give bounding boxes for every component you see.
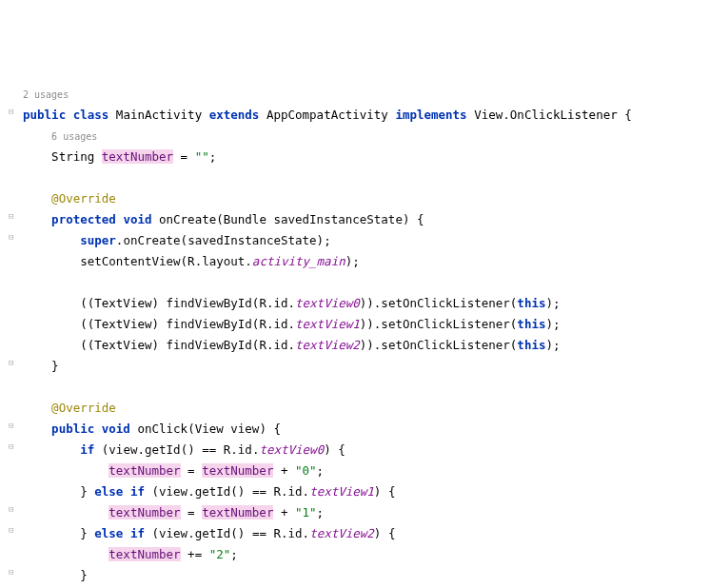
kw-if-1: if <box>80 442 94 457</box>
call-getid-3: getId <box>195 526 231 540</box>
method-oncreate: onCreate <box>159 212 216 226</box>
method-onclick: onClick <box>137 421 187 436</box>
type-string: String <box>51 149 94 164</box>
cls-r-7: R <box>273 526 281 540</box>
field-tn-3: textNumber <box>108 505 180 519</box>
id-tv0-1: textView0 <box>295 296 360 310</box>
kw-this-3: this <box>517 338 545 352</box>
r-id-3: id <box>273 338 287 352</box>
id-activity-main: activity_main <box>252 254 345 268</box>
cast-tv-2: TextView <box>94 317 151 331</box>
annotation-override-2: @Override <box>51 401 116 415</box>
kw-public: public <box>23 108 66 122</box>
call-getid-2: getId <box>195 484 231 499</box>
code-area[interactable]: 2 usages public class MainActivity exten… <box>21 84 710 588</box>
cls-r-5: R <box>224 442 231 457</box>
arg-saved: savedInstanceState <box>187 233 316 247</box>
cast-tv-3: TextView <box>94 338 151 352</box>
param-saved: savedInstanceState <box>273 212 402 226</box>
str-1: "1" <box>295 505 317 519</box>
gutter: ⊟ ⊟ ⊟ ⊟ ⊟ ⊟ ⊟ ⊟ ⊟ ⊟ ⊟ <box>0 84 21 588</box>
usages-hint-top: 2 usages <box>23 89 69 100</box>
kw-class: class <box>73 108 109 122</box>
call-find-3: findViewById <box>167 338 252 352</box>
iface-view: View <box>474 108 503 122</box>
r-layout: layout <box>202 254 245 268</box>
call-getid-1: getId <box>145 442 181 457</box>
str-empty: "" <box>195 149 209 164</box>
field-tn-2: textNumber <box>202 463 273 478</box>
field-tn-1: textNumber <box>108 463 180 478</box>
field-textnumber: textNumber <box>102 149 173 164</box>
call-setclick-2: setOnClickListener <box>381 317 509 331</box>
type-bundle: Bundle <box>224 212 266 226</box>
r-id-1: id <box>273 296 287 310</box>
str-0: "0" <box>295 463 317 478</box>
cls-r-1: R <box>187 254 195 268</box>
annotation-override-1: @Override <box>51 191 116 206</box>
kw-super: super <box>80 233 116 247</box>
str-2: "2" <box>209 547 231 561</box>
cls-r-2: R <box>259 296 266 310</box>
call-setcontentview: setContentView <box>80 254 180 268</box>
type-view: View <box>195 421 224 436</box>
call-find-1: findViewById <box>167 296 252 310</box>
var-view-2: view <box>159 484 187 499</box>
var-view-1: view <box>108 442 137 457</box>
field-tn-5: textNumber <box>108 547 180 561</box>
cls-r-3: R <box>259 317 266 331</box>
kw-implements: implements <box>395 108 466 122</box>
r-id-5: id <box>288 484 303 499</box>
call-setclick-1: setOnClickListener <box>381 296 509 310</box>
kw-this-2: this <box>517 317 545 331</box>
kw-void-1: void <box>123 212 151 226</box>
id-tv2-2: textView2 <box>309 526 374 540</box>
id-tv1-2: textView1 <box>309 484 374 499</box>
kw-if-3: if <box>130 526 145 540</box>
r-id-4: id <box>238 442 252 457</box>
call-oncreate: onCreate <box>123 233 180 247</box>
kw-protected: protected <box>51 212 116 226</box>
call-find-2: findViewById <box>167 317 252 331</box>
field-tn-4: textNumber <box>202 505 273 519</box>
r-id-6: id <box>288 526 303 540</box>
kw-this-1: this <box>517 296 545 310</box>
class-name: MainActivity <box>116 108 202 122</box>
id-tv0-2: textView0 <box>259 442 324 457</box>
var-view-3: view <box>159 526 187 540</box>
kw-void-2: void <box>102 421 130 436</box>
r-id-2: id <box>273 317 287 331</box>
param-view: view <box>230 421 259 436</box>
cast-tv-1: TextView <box>94 296 151 310</box>
super-class: AppCompatActivity <box>266 108 388 122</box>
kw-else-2: else <box>94 526 123 540</box>
call-setclick-3: setOnClickListener <box>381 338 509 352</box>
usages-hint-field: 6 usages <box>51 131 97 142</box>
cls-r-4: R <box>259 338 266 352</box>
iface-onclick: OnClickListener <box>510 108 618 122</box>
kw-if-2: if <box>130 484 145 499</box>
id-tv2-1: textView2 <box>295 338 360 352</box>
kw-extends: extends <box>209 108 260 122</box>
code-editor[interactable]: ⊟ ⊟ ⊟ ⊟ ⊟ ⊟ ⊟ ⊟ ⊟ ⊟ ⊟ 2 usages public cl… <box>0 84 710 588</box>
id-tv1-1: textView1 <box>295 317 360 331</box>
kw-else-1: else <box>94 484 123 499</box>
kw-public-2: public <box>51 421 94 436</box>
cls-r-6: R <box>273 484 281 499</box>
